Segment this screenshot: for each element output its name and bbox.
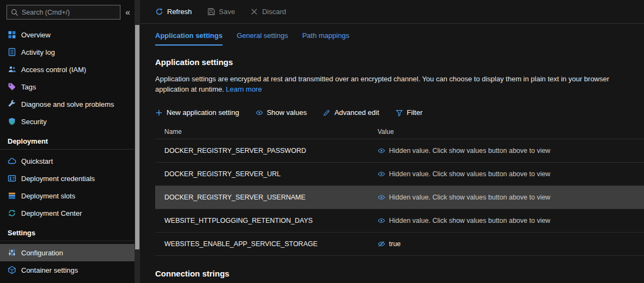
setting-name: DOCKER_REGISTRY_SERVER_PASSWORD	[155, 147, 378, 155]
setting-name: DOCKER_REGISTRY_SERVER_USERNAME	[155, 194, 378, 201]
table-row[interactable]: DOCKER_REGISTRY_SERVER_PASSWORD Hidden v…	[155, 139, 644, 162]
eye-slash-icon	[378, 240, 385, 248]
eye-icon	[378, 147, 385, 155]
tab-bar: Application settings General settings Pa…	[155, 31, 644, 46]
pencil-icon	[323, 109, 330, 117]
search-input[interactable]	[22, 9, 117, 16]
setting-value: true	[389, 240, 401, 248]
sidebar-item-label: Quickstart	[21, 157, 53, 165]
sidebar: « Overview Activity log Access control (…	[0, 0, 135, 283]
show-values-button[interactable]: Show values	[256, 108, 307, 117]
value-column-header: Value	[378, 128, 644, 136]
advanced-edit-button[interactable]: Advanced edit	[323, 108, 379, 117]
sidebar-item-deployment-credentials[interactable]: Deployment credentials	[0, 170, 135, 187]
slots-icon	[8, 191, 16, 200]
save-button[interactable]: Save	[207, 8, 235, 16]
refresh-label: Refresh	[167, 8, 192, 16]
tab-path-mappings[interactable]: Path mappings	[302, 31, 349, 46]
discard-button[interactable]: Discard	[250, 8, 286, 16]
table-row-selected[interactable]: DOCKER_REGISTRY_SERVER_USERNAME Hidden v…	[155, 185, 644, 209]
sidebar-item-quickstart[interactable]: Quickstart	[0, 152, 135, 170]
deployment-center-icon	[8, 209, 16, 217]
eye-icon	[378, 194, 385, 201]
discard-x-icon	[250, 8, 258, 16]
search-icon	[10, 8, 19, 17]
sidebar-item-deployment-slots[interactable]: Deployment slots	[0, 187, 135, 204]
sidebar-item-diagnose[interactable]: Diagnose and solve problems	[0, 95, 135, 113]
connection-strings-heading: Connection strings	[155, 269, 644, 278]
access-control-icon	[8, 65, 16, 74]
setting-value: Hidden value. Click show values button a…	[389, 147, 550, 155]
sidebar-item-label: Overview	[21, 31, 50, 39]
setting-name: DOCKER_REGISTRY_SERVER_URL	[155, 170, 378, 178]
tab-general-settings[interactable]: General settings	[237, 31, 288, 46]
sidebar-item-overview[interactable]: Overview	[0, 26, 135, 43]
sidebar-section-deployment: Deployment	[0, 130, 135, 150]
sidebar-item-label: Tags	[21, 83, 36, 91]
description-line-1: Application settings are encrypted at re…	[155, 74, 644, 84]
sidebar-item-label: Activity log	[21, 48, 55, 56]
scrollbar-thumb[interactable]	[135, 25, 139, 249]
command-bar: Refresh Save Discard	[140, 0, 644, 24]
setting-value: Hidden value. Click show values button a…	[389, 194, 550, 201]
quickstart-icon	[8, 157, 16, 165]
sidebar-nav: Overview Activity log Access control (IA…	[0, 24, 135, 283]
filter-button[interactable]: Filter	[396, 108, 423, 117]
application-settings-description: Application settings are encrypted at re…	[155, 74, 644, 94]
table-row[interactable]: WEBSITES_ENABLE_APP_SERVICE_STORAGE true	[155, 232, 644, 255]
activity-log-icon	[8, 48, 16, 56]
eye-icon	[378, 170, 385, 178]
container-cube-icon	[8, 266, 16, 274]
sidebar-item-label: Container settings	[21, 266, 78, 274]
sidebar-item-label: Diagnose and solve problems	[21, 100, 114, 108]
setting-value: Hidden value. Click show values button a…	[389, 170, 550, 178]
sidebar-search-box[interactable]	[7, 5, 120, 20]
sidebar-item-label: Security	[21, 118, 47, 126]
tags-icon	[8, 82, 16, 91]
configuration-content: Application settings General settings Pa…	[140, 24, 644, 283]
sidebar-item-label: Deployment slots	[21, 192, 75, 200]
application-settings-heading: Application settings	[155, 57, 644, 67]
table-action-bar: New application setting Show values Adva…	[155, 108, 644, 117]
table-row[interactable]: DOCKER_REGISTRY_SERVER_URL Hidden value.…	[155, 162, 644, 185]
tab-application-settings[interactable]: Application settings	[155, 31, 222, 46]
discard-label: Discard	[262, 8, 286, 16]
sidebar-section-settings: Settings	[0, 222, 135, 241]
name-column-header: Name	[155, 128, 378, 136]
save-label: Save	[219, 8, 235, 16]
azure-portal-configuration-page: « Overview Activity log Access control (…	[0, 0, 644, 283]
eye-icon	[378, 217, 385, 224]
application-settings-table: Name Value DOCKER_REGISTRY_SERVER_PASSWO…	[155, 124, 644, 256]
sidebar-item-access-control[interactable]: Access control (IAM)	[0, 61, 135, 78]
plus-icon	[155, 109, 163, 117]
sidebar-item-configuration[interactable]: Configuration	[0, 244, 135, 261]
credentials-icon	[8, 174, 16, 183]
security-shield-icon	[8, 117, 16, 126]
sidebar-item-tags[interactable]: Tags	[0, 78, 135, 95]
sidebar-collapse-button[interactable]: «	[123, 8, 132, 17]
sidebar-scrollbar[interactable]	[135, 0, 140, 283]
sidebar-item-container-settings[interactable]: Container settings	[0, 261, 135, 279]
learn-more-link[interactable]: Learn more	[226, 85, 262, 93]
setting-name: WEBSITES_ENABLE_APP_SERVICE_STORAGE	[155, 240, 378, 248]
sidebar-item-label: Deployment credentials	[21, 175, 95, 183]
refresh-button[interactable]: Refresh	[155, 8, 192, 16]
setting-value: Hidden value. Click show values button a…	[389, 217, 550, 224]
sidebar-item-activity-log[interactable]: Activity log	[0, 43, 135, 61]
sidebar-search-row: «	[0, 0, 135, 24]
filter-funnel-icon	[396, 109, 403, 117]
sidebar-item-label: Access control (IAM)	[21, 66, 86, 74]
main-panel: Refresh Save Discard Application setting…	[140, 0, 644, 283]
sidebar-item-security[interactable]: Security	[0, 113, 135, 130]
configuration-icon	[8, 248, 16, 257]
table-header: Name Value	[155, 124, 644, 139]
refresh-icon	[155, 8, 163, 16]
description-line-2: application at runtime.Learn more	[155, 84, 644, 94]
overview-icon	[8, 30, 16, 39]
eye-icon	[256, 109, 263, 117]
new-application-setting-button[interactable]: New application setting	[155, 108, 239, 117]
diagnose-icon	[8, 100, 16, 108]
sidebar-item-deployment-center[interactable]: Deployment Center	[0, 204, 135, 222]
table-row[interactable]: WEBSITE_HTTPLOGGING_RETENTION_DAYS Hidde…	[155, 209, 644, 232]
sidebar-item-label: Deployment Center	[21, 209, 82, 217]
